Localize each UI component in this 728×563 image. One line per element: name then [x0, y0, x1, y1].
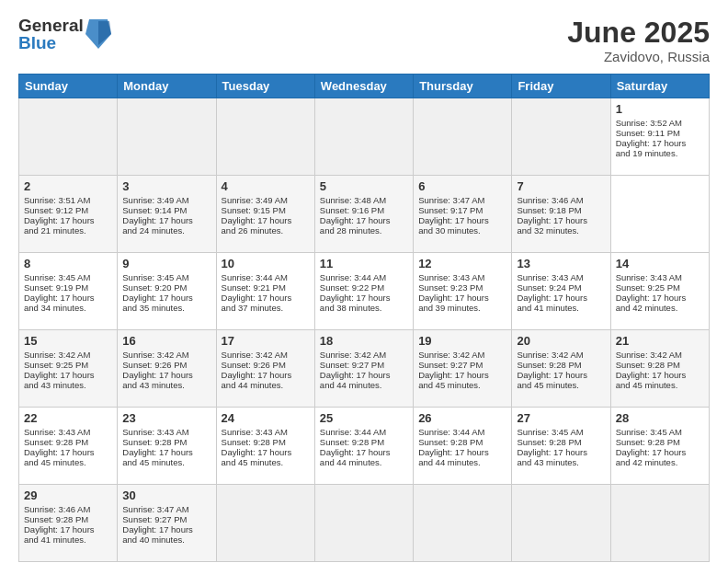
day-info-line: Daylight: 17 hours: [222, 215, 310, 225]
day-info-line: Daylight: 17 hours: [122, 447, 210, 457]
day-info-line: Sunrise: 3:44 AM: [320, 427, 408, 437]
day-info-line: Sunrise: 3:42 AM: [616, 350, 704, 360]
day-info-line: Sunrise: 3:47 AM: [122, 504, 210, 514]
day-info-line: Sunset: 9:27 PM: [320, 360, 408, 370]
day-info-line: and 44 minutes.: [320, 380, 408, 390]
calendar-cell: 21Sunrise: 3:42 AMSunset: 9:28 PMDayligh…: [610, 330, 709, 408]
day-number: 25: [320, 411, 408, 425]
day-info-line: Sunset: 9:28 PM: [24, 514, 112, 524]
calendar-cell: 4Sunrise: 3:49 AMSunset: 9:15 PMDaylight…: [216, 176, 314, 253]
logo: General Blue: [18, 17, 111, 52]
calendar-cell: 16Sunrise: 3:42 AMSunset: 9:26 PMDayligh…: [118, 330, 216, 408]
calendar-cell: 3Sunrise: 3:49 AMSunset: 9:14 PMDaylight…: [118, 176, 216, 253]
day-number: 3: [122, 179, 210, 193]
day-info-line: Sunrise: 3:42 AM: [517, 350, 605, 360]
day-info-line: and 21 minutes.: [24, 225, 112, 236]
day-info-line: Sunrise: 3:43 AM: [616, 272, 704, 282]
day-info-line: and 42 minutes.: [616, 457, 704, 467]
day-number: 12: [418, 257, 506, 270]
day-number: 9: [122, 257, 210, 270]
calendar-cell: 19Sunrise: 3:42 AMSunset: 9:27 PMDayligh…: [414, 330, 512, 408]
day-info-line: Sunset: 9:28 PM: [517, 437, 605, 447]
calendar-week-row: 29Sunrise: 3:46 AMSunset: 9:28 PMDayligh…: [19, 485, 710, 562]
day-info-line: Daylight: 17 hours: [122, 215, 210, 225]
day-number: 15: [24, 334, 112, 348]
day-info-line: Sunset: 9:19 PM: [24, 282, 112, 293]
day-info-line: and 32 minutes.: [517, 225, 605, 236]
day-info-line: Sunrise: 3:43 AM: [418, 272, 506, 282]
day-number: 24: [222, 411, 310, 425]
day-info-line: Sunset: 9:28 PM: [24, 437, 112, 447]
calendar-cell: 29Sunrise: 3:46 AMSunset: 9:28 PMDayligh…: [19, 485, 118, 562]
day-number: 6: [418, 179, 506, 193]
day-info-line: Sunrise: 3:46 AM: [517, 195, 605, 205]
logo-icon: [85, 17, 111, 51]
day-info-line: Sunset: 9:12 PM: [24, 205, 112, 215]
day-number: 7: [517, 179, 605, 193]
day-info-line: Sunrise: 3:43 AM: [222, 427, 310, 437]
day-of-week-header: Thursday: [414, 75, 512, 98]
calendar-cell: 6Sunrise: 3:47 AMSunset: 9:17 PMDaylight…: [414, 176, 512, 253]
calendar-cell: 15Sunrise: 3:42 AMSunset: 9:25 PMDayligh…: [19, 330, 118, 408]
day-number: 27: [517, 411, 605, 425]
calendar-cell: 23Sunrise: 3:43 AMSunset: 9:28 PMDayligh…: [118, 408, 216, 485]
day-number: 20: [517, 334, 605, 348]
day-info-line: Daylight: 17 hours: [517, 215, 605, 225]
day-number: 14: [616, 257, 704, 270]
day-info-line: Sunset: 9:27 PM: [122, 514, 210, 524]
day-info-line: Daylight: 17 hours: [616, 293, 704, 303]
calendar-cell: [610, 485, 709, 562]
day-number: 16: [122, 334, 210, 348]
day-info-line: and 24 minutes.: [122, 225, 210, 236]
title-block: June 2025 Zavidovo, Russia: [567, 17, 710, 64]
day-info-line: and 41 minutes.: [24, 534, 112, 545]
day-number: 13: [517, 257, 605, 270]
day-info-line: Sunrise: 3:46 AM: [24, 504, 112, 514]
day-info-line: Sunrise: 3:43 AM: [517, 272, 605, 282]
day-info-line: Daylight: 17 hours: [418, 215, 506, 225]
day-info-line: Daylight: 17 hours: [418, 447, 506, 457]
calendar-cell: 7Sunrise: 3:46 AMSunset: 9:18 PMDaylight…: [512, 176, 610, 253]
day-info-line: and 42 minutes.: [616, 303, 704, 313]
day-info-line: Sunrise: 3:49 AM: [122, 195, 210, 205]
day-info-line: Daylight: 17 hours: [320, 215, 408, 225]
calendar-cell: [118, 98, 216, 176]
day-number: 5: [320, 179, 408, 193]
calendar-week-row: 1Sunrise: 3:52 AMSunset: 9:11 PMDaylight…: [19, 98, 710, 176]
day-info-line: Daylight: 17 hours: [122, 293, 210, 303]
day-info-line: Sunset: 9:11 PM: [616, 128, 704, 138]
day-info-line: Daylight: 17 hours: [24, 370, 112, 380]
logo-blue: Blue: [18, 34, 84, 52]
day-number: 22: [24, 411, 112, 425]
day-info-line: and 45 minutes.: [616, 380, 704, 390]
calendar-cell: 18Sunrise: 3:42 AMSunset: 9:27 PMDayligh…: [314, 330, 413, 408]
day-info-line: Sunrise: 3:44 AM: [222, 272, 310, 282]
day-info-line: Sunset: 9:22 PM: [320, 282, 408, 293]
day-info-line: Sunset: 9:16 PM: [320, 205, 408, 215]
day-info-line: and 44 minutes.: [320, 457, 408, 467]
day-info-line: Daylight: 17 hours: [320, 370, 408, 380]
day-number: 18: [320, 334, 408, 348]
day-info-line: Sunset: 9:26 PM: [222, 360, 310, 370]
calendar-cell: [314, 98, 413, 176]
day-info-line: Sunset: 9:21 PM: [222, 282, 310, 293]
day-number: 26: [418, 411, 506, 425]
day-info-line: and 45 minutes.: [517, 380, 605, 390]
day-info-line: Daylight: 17 hours: [222, 447, 310, 457]
day-info-line: and 45 minutes.: [24, 457, 112, 467]
day-number: 28: [616, 411, 704, 425]
day-info-line: Sunset: 9:28 PM: [418, 437, 506, 447]
day-info-line: Sunset: 9:25 PM: [616, 282, 704, 293]
day-info-line: Daylight: 17 hours: [24, 524, 112, 534]
calendar-cell: [414, 98, 512, 176]
calendar-week-row: 15Sunrise: 3:42 AMSunset: 9:25 PMDayligh…: [19, 330, 710, 408]
day-info-line: Sunrise: 3:45 AM: [616, 427, 704, 437]
day-info-line: Sunrise: 3:42 AM: [222, 350, 310, 360]
day-info-line: Daylight: 17 hours: [320, 447, 408, 457]
day-info-line: and 44 minutes.: [222, 380, 310, 390]
day-info-line: Sunset: 9:18 PM: [517, 205, 605, 215]
day-info-line: Sunrise: 3:43 AM: [122, 427, 210, 437]
day-info-line: and 37 minutes.: [222, 303, 310, 313]
calendar-cell: 24Sunrise: 3:43 AMSunset: 9:28 PMDayligh…: [216, 408, 314, 485]
day-info-line: and 45 minutes.: [222, 457, 310, 467]
